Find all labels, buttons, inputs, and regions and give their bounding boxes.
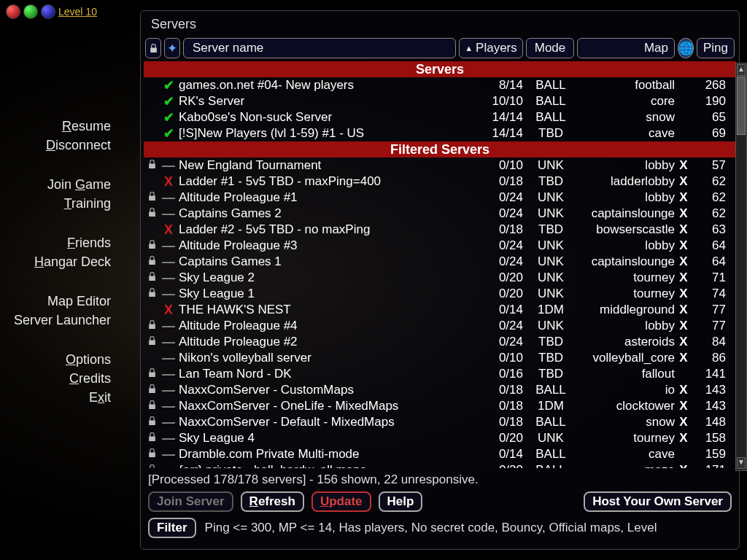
server-players: 0/20 [472,431,529,446]
menu-server-launcher[interactable]: Server Launcher [0,311,111,330]
server-row[interactable]: ✔[!S]New Players (lvl 1-59) #1 - US14/14… [144,125,736,141]
status-ok-icon: ✔ [160,109,177,125]
scroll-up-icon[interactable]: ▲ [737,64,746,76]
server-map: middleground [573,303,678,317]
menu-training[interactable]: Training [0,194,111,213]
server-row[interactable]: ✔RK's Server10/10BALLcore190 [144,93,736,109]
lock-icon [144,448,160,460]
menu-options[interactable]: Options [0,350,111,369]
server-row[interactable]: ✔games.on.net #04- New players8/14BALLfo… [144,77,736,93]
server-x: X [678,222,689,237]
server-x: X [678,463,689,468]
update-button[interactable]: Update [311,491,371,512]
server-players: 14/14 [472,110,529,125]
server-row[interactable]: XLadder #2 - 5v5 TBD - no maxPing0/18TBD… [144,222,736,238]
server-ping: 77 [689,303,736,317]
menu-resume[interactable]: Resume [0,117,111,136]
server-map: football [573,78,678,93]
lock-icon [144,272,160,284]
server-row[interactable]: —Dramble.com Private Multi-mode0/14BALLc… [144,446,736,462]
lock-icon [144,256,160,268]
menu-credits[interactable]: Credits [0,369,111,388]
server-row[interactable]: —Captains Games 10/24UNKcaptainsloungeX6… [144,254,736,270]
header-globe-icon[interactable]: 🌐 [678,38,694,58]
status-ok-icon: ✔ [160,125,177,141]
scrollbar[interactable]: ▲ ▼ [735,63,747,471]
server-name: NaxxComServer - CustomMaps [177,383,472,397]
server-players: 0/24 [472,319,529,333]
server-row[interactable]: —Sky League 10/20UNKtourneyX74 [144,286,736,302]
header-players[interactable]: ▲Players [459,38,523,58]
scroll-down-icon[interactable]: ▼ [737,457,746,469]
server-mode: UNK [529,319,573,333]
server-row[interactable]: —Nikon's volleyball server0/10TBDvolleyb… [144,350,736,366]
server-row[interactable]: —NaxxComServer - Default - MixedMaps0/18… [144,414,736,430]
help-button[interactable]: Help [379,491,423,512]
server-row[interactable]: ✔Kabo0se's Non-suck Server14/14BALLsnow6… [144,109,736,125]
filter-button[interactable]: Filter [148,518,196,538]
server-row[interactable]: —Altitude Proleague #10/24UNKlobbyX62 [144,190,736,206]
host-server-button[interactable]: Host Your Own Server [584,491,732,512]
header-server-name[interactable]: Server name [183,38,456,58]
status-dash-icon: — [160,367,177,382]
join-server-button[interactable]: Join Server [148,491,233,512]
menu-map-editor[interactable]: Map Editor [0,292,111,311]
status-dash-icon: — [160,351,177,366]
server-map: maze [573,463,678,468]
header-mode[interactable]: Mode [526,38,574,58]
server-row[interactable]: —Captains Games 20/24UNKcaptainsloungeX6… [144,206,736,222]
server-row[interactable]: XLadder #1 - 5v5 TBD - maxPing=4000/18TB… [144,174,736,190]
server-name: RK's Server [177,94,472,109]
status-x-icon: X [160,222,177,238]
server-players: 0/18 [472,222,529,237]
menu-hangar-deck[interactable]: Hangar Deck [0,252,111,271]
header-ping[interactable]: Ping [697,38,735,58]
server-row[interactable]: —Sky League 40/20UNKtourneyX158 [144,430,736,446]
server-players: 0/24 [472,335,529,349]
menu-join-game[interactable]: Join Game [0,175,111,194]
server-mode: TBD [529,222,573,237]
server-players: 0/14 [472,303,529,317]
menu-exit[interactable]: Exit [0,388,111,407]
server-ping: 86 [689,351,736,365]
server-ping: 74 [689,287,736,301]
header-friend-icon[interactable]: ✦ [164,38,180,58]
panel-title: Servers [144,14,736,35]
scroll-thumb[interactable] [737,77,746,135]
status-dash-icon: — [160,206,177,222]
status-dash-icon: — [160,190,177,206]
server-name: Altitude Proleague #4 [177,319,472,333]
server-row[interactable]: —Altitude Proleague #30/24UNKlobbyX64 [144,238,736,254]
server-name: Altitude Proleague #3 [177,238,472,253]
status-dash-icon: — [160,463,177,469]
server-mode: TBD [529,335,573,349]
server-mode: TBD [529,351,573,365]
server-row[interactable]: —NaxxComServer - OneLife - MixedMaps0/18… [144,398,736,414]
server-row[interactable]: —Altitude Proleague #40/24UNKlobbyX77 [144,318,736,334]
lock-icon [144,464,160,468]
server-mode: BALL [529,110,573,125]
level-text: Level 10 [58,6,97,18]
server-row[interactable]: —Lan Team Nord - DK0/16TBDfallout141 [144,366,736,382]
main-menu: Resume Disconnect Join Game Training Fri… [0,117,117,427]
server-x: X [678,335,689,349]
server-map: tourney [573,431,678,446]
server-row[interactable]: —Altitude Proleague #20/24TBDasteroidsX8… [144,334,736,350]
server-x: X [678,271,689,285]
server-row[interactable]: —NaxxComServer - CustomMaps0/18BALLioX14… [144,382,736,398]
menu-friends[interactable]: Friends [0,233,111,252]
server-map: asteroids [573,335,678,349]
server-ping: 57 [689,158,736,173]
header-map[interactable]: Map [577,38,675,58]
server-row[interactable]: —New England Tournament0/10UNKlobbyX57 [144,158,736,174]
refresh-button[interactable]: Refresh [241,491,304,512]
status-dash-icon: — [160,399,177,414]
server-mode: UNK [529,431,573,446]
server-row[interactable]: XTHE HAWK'S NEST0/141DMmiddlegroundX77 [144,302,736,318]
orb-icon [6,4,20,19]
server-row[interactable]: —Sky League 20/20UNKtourneyX71 [144,270,736,286]
header-lock-icon[interactable] [145,38,161,58]
server-mode: UNK [529,287,573,301]
server-row[interactable]: —{arr} private - ball, hardw, all maps0/… [144,462,736,468]
menu-disconnect[interactable]: Disconnect [0,136,111,155]
